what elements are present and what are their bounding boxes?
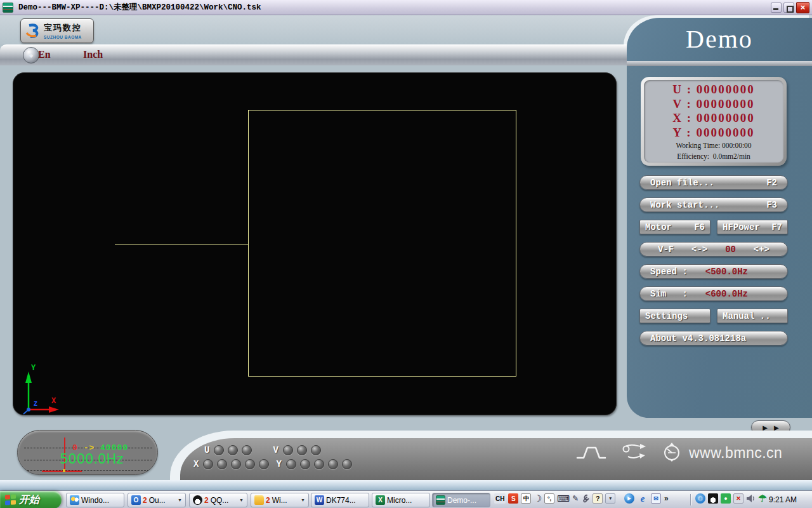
- led-dot: [228, 445, 238, 455]
- baoma-logo-icon: [25, 23, 41, 39]
- led-dot: [203, 459, 213, 469]
- pulse-wave-icon[interactable]: [576, 443, 606, 461]
- bmw-app-icon: [436, 495, 445, 505]
- axis-x-label: X: [51, 397, 56, 406]
- next-icon: ▶: [774, 424, 779, 431]
- open-file-button[interactable]: Open file...F2: [639, 175, 788, 190]
- network-disconnected-icon[interactable]: ✕: [733, 493, 743, 504]
- overflow-chevron-icon[interactable]: »: [664, 494, 669, 503]
- work-start-button[interactable]: Work start...F3: [639, 197, 788, 212]
- task-item-messenger[interactable]: Windo...: [66, 493, 124, 507]
- logo-text-en: SUZHOU BAOMA: [44, 35, 82, 39]
- close-button[interactable]: ×: [796, 2, 809, 13]
- chevron-down-icon[interactable]: ▼: [301, 498, 305, 502]
- led-label-x: X: [193, 459, 199, 469]
- led-label-u: U: [204, 445, 209, 455]
- language-indicator[interactable]: CH: [494, 493, 506, 504]
- led-dot: [328, 459, 338, 469]
- task-item-explorer[interactable]: 2 Wi... ▼: [251, 493, 309, 507]
- quick-launch: ▶ e ✉ »: [624, 493, 669, 504]
- sphere-toggle-button[interactable]: ◆: [23, 47, 39, 64]
- excel-icon: X: [376, 495, 385, 505]
- led-dot: [245, 459, 255, 469]
- outlook-icon: O: [131, 495, 141, 505]
- chinese-mode-icon[interactable]: 中: [521, 493, 531, 504]
- word-icon: W: [315, 495, 324, 505]
- chevron-down-icon[interactable]: ▼: [178, 498, 182, 502]
- led-dot: [314, 459, 324, 469]
- speed-button[interactable]: Speed : <500.0Hz: [639, 264, 788, 279]
- settings-button[interactable]: Settings: [639, 309, 710, 323]
- task-item-demo-active[interactable]: Demo-...: [432, 493, 490, 507]
- brand-title: Demo: [686, 24, 753, 55]
- system-tray: ▢ ● ✕ ☂: [695, 493, 768, 504]
- motor-button[interactable]: MotorF6: [639, 220, 710, 234]
- logo-button[interactable]: 宝玛数控 SUZHOU BAOMA: [20, 18, 94, 43]
- maxthon-tray-icon[interactable]: ▢: [695, 493, 705, 504]
- internet-explorer-icon[interactable]: e: [638, 493, 648, 504]
- help-icon[interactable]: ?: [593, 493, 603, 504]
- chevron-down-icon[interactable]: ▼: [239, 498, 244, 502]
- pen-icon[interactable]: ✎: [572, 493, 579, 504]
- working-time: Working Time: 000:00:00: [676, 141, 751, 150]
- vf-label: V-F: [658, 244, 674, 255]
- speedometer-icon[interactable]: [662, 442, 681, 462]
- vf-increase-button[interactable]: <+>: [754, 244, 769, 255]
- task-item-qq[interactable]: 2 QQ... ▼: [189, 493, 247, 507]
- folder-icon: [254, 495, 264, 505]
- sogou-icon[interactable]: S: [508, 493, 518, 504]
- mail-icon[interactable]: ✉: [651, 493, 661, 504]
- moon-icon[interactable]: ☽: [534, 493, 542, 504]
- axis-y-label: Y: [31, 364, 36, 373]
- manual-button[interactable]: Manual ..: [717, 309, 788, 323]
- hfpower-button[interactable]: HFPowerF7: [717, 220, 788, 234]
- about-button[interactable]: About v4.3.081218a: [639, 331, 788, 345]
- axis-indicator: Y X Z: [18, 360, 75, 415]
- media-player-icon[interactable]: ▶: [624, 493, 634, 504]
- next-icon: ▶: [763, 424, 768, 431]
- keyboard-icon[interactable]: ⌨: [557, 493, 570, 504]
- website-url[interactable]: www.bmnc.cn: [689, 444, 782, 462]
- coordinate-panel: U : 00000000 V : 00000000 X : 00000000 Y…: [641, 77, 787, 166]
- bottom-edge-strip: [0, 480, 812, 490]
- start-button[interactable]: 开始: [0, 491, 62, 508]
- tray-divider: [690, 494, 691, 505]
- task-item-excel[interactable]: X Micro...: [372, 493, 430, 507]
- drawing-canvas[interactable]: Y X Z: [13, 72, 617, 415]
- sim-value: <600.0Hz: [705, 289, 748, 299]
- user-status-tray-icon[interactable]: ●: [721, 493, 731, 504]
- vf-value: 00: [725, 244, 736, 255]
- task-item-word[interactable]: W DK774...: [311, 493, 369, 507]
- umbrella-tray-icon[interactable]: ☂: [757, 493, 768, 504]
- wrench-icon[interactable]: [581, 494, 590, 503]
- led-dot: [300, 459, 310, 469]
- taskbar-clock[interactable]: 9:21 AM: [769, 491, 797, 508]
- toolbar: ◆ En Inch: [0, 44, 627, 65]
- unit-toggle[interactable]: Inch: [83, 49, 103, 60]
- task-item-outlook[interactable]: O 2 Ou... ▼: [128, 493, 186, 507]
- efficiency: Efficiency: 0.0mm2/min: [677, 152, 750, 161]
- application-window: Demo---BMW-XP----D:\未整理\BMXP20100422\Wor…: [0, 0, 812, 508]
- sim-button[interactable]: Sim : <600.0Hz: [639, 286, 788, 301]
- led-dot: [297, 445, 307, 455]
- led-dot: [342, 459, 352, 469]
- app-logo-icon: [3, 3, 13, 13]
- axis-z-label: Z: [34, 401, 37, 408]
- titlebar[interactable]: Demo---BMW-XP----D:\未整理\BMXP20100422\Wor…: [0, 0, 812, 15]
- punctuation-icon[interactable]: °,: [544, 493, 554, 504]
- restore-button[interactable]: [783, 3, 794, 13]
- minimize-button[interactable]: [771, 3, 782, 13]
- vf-decrease-button[interactable]: <->: [691, 244, 707, 255]
- frequency-gauge: 0 -> 40000 5000.0Hz: [17, 430, 158, 475]
- volume-icon[interactable]: [746, 494, 755, 503]
- language-toggle[interactable]: En: [38, 49, 51, 60]
- led-panel: U V X Y: [204, 443, 354, 471]
- taskbar: 开始 Windo... O 2 Ou... ▼ 2 QQ... ▼ 2 Wi..…: [0, 490, 812, 508]
- qq-tray-icon[interactable]: [708, 493, 718, 504]
- led-dot: [242, 445, 252, 455]
- led-dot: [214, 445, 224, 455]
- langbar-options-icon[interactable]: ▾: [605, 493, 615, 504]
- brand-panel: Demo: [627, 18, 812, 61]
- wire-thread-icon[interactable]: [620, 442, 648, 462]
- axis-readout-x: X : 00000000: [672, 111, 755, 126]
